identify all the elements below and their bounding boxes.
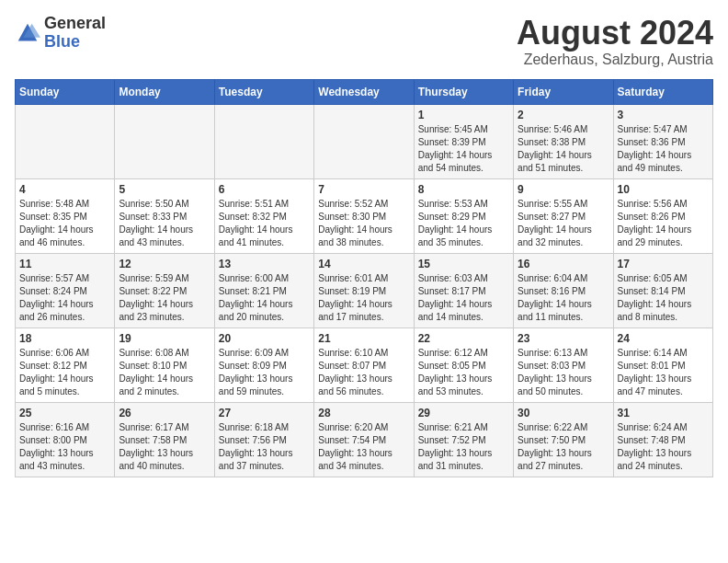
- day-cell: 7Sunrise: 5:52 AM Sunset: 8:30 PM Daylig…: [314, 178, 414, 253]
- day-info: Sunrise: 6:06 AM Sunset: 8:12 PM Dayligh…: [19, 347, 110, 398]
- logo-general-text: General: [44, 15, 106, 33]
- header-tuesday: Tuesday: [214, 79, 313, 104]
- day-cell: 10Sunrise: 5:56 AM Sunset: 8:26 PM Dayli…: [613, 178, 712, 253]
- week-row-3: 18Sunrise: 6:06 AM Sunset: 8:12 PM Dayli…: [16, 327, 713, 402]
- day-info: Sunrise: 5:53 AM Sunset: 8:29 PM Dayligh…: [418, 198, 509, 249]
- day-cell: 5Sunrise: 5:50 AM Sunset: 8:33 PM Daylig…: [115, 178, 214, 253]
- logo-text: General Blue: [44, 15, 106, 52]
- day-number: 2: [518, 109, 609, 121]
- day-cell: 18Sunrise: 6:06 AM Sunset: 8:12 PM Dayli…: [16, 327, 115, 402]
- day-info: Sunrise: 6:24 AM Sunset: 7:48 PM Dayligh…: [618, 421, 709, 473]
- day-info: Sunrise: 5:48 AM Sunset: 8:35 PM Dayligh…: [19, 198, 110, 249]
- day-info: Sunrise: 6:16 AM Sunset: 8:00 PM Dayligh…: [19, 421, 110, 473]
- header-saturday: Saturday: [613, 79, 712, 104]
- day-cell: 14Sunrise: 6:01 AM Sunset: 8:19 PM Dayli…: [314, 253, 414, 327]
- day-number: 7: [318, 183, 409, 196]
- day-cell: 28Sunrise: 6:20 AM Sunset: 7:54 PM Dayli…: [314, 402, 414, 477]
- week-row-0: 1Sunrise: 5:45 AM Sunset: 8:39 PM Daylig…: [16, 104, 713, 178]
- title-block: August 2024 Zederhaus, Salzburg, Austria: [517, 15, 713, 68]
- day-info: Sunrise: 6:03 AM Sunset: 8:17 PM Dayligh…: [418, 272, 509, 324]
- day-cell: 11Sunrise: 5:57 AM Sunset: 8:24 PM Dayli…: [16, 253, 115, 327]
- day-cell: 24Sunrise: 6:14 AM Sunset: 8:01 PM Dayli…: [613, 327, 712, 402]
- calendar-header: SundayMondayTuesdayWednesdayThursdayFrid…: [16, 79, 713, 104]
- day-cell: 17Sunrise: 6:05 AM Sunset: 8:14 PM Dayli…: [613, 253, 712, 327]
- day-info: Sunrise: 5:55 AM Sunset: 8:27 PM Dayligh…: [518, 198, 609, 249]
- day-number: 9: [518, 183, 609, 196]
- day-info: Sunrise: 6:09 AM Sunset: 8:09 PM Dayligh…: [219, 347, 310, 398]
- day-cell: 15Sunrise: 6:03 AM Sunset: 8:17 PM Dayli…: [414, 253, 513, 327]
- day-number: 10: [618, 183, 709, 196]
- day-cell: 16Sunrise: 6:04 AM Sunset: 8:16 PM Dayli…: [514, 253, 613, 327]
- day-info: Sunrise: 5:59 AM Sunset: 8:22 PM Dayligh…: [119, 272, 210, 324]
- day-info: Sunrise: 6:18 AM Sunset: 7:56 PM Dayligh…: [219, 421, 310, 473]
- day-info: Sunrise: 6:20 AM Sunset: 7:54 PM Dayligh…: [318, 421, 409, 473]
- day-number: 15: [418, 258, 509, 270]
- day-number: 27: [219, 407, 310, 419]
- day-cell: 20Sunrise: 6:09 AM Sunset: 8:09 PM Dayli…: [214, 327, 313, 402]
- day-number: 3: [618, 109, 709, 121]
- day-cell: 21Sunrise: 6:10 AM Sunset: 8:07 PM Dayli…: [314, 327, 414, 402]
- day-info: Sunrise: 5:52 AM Sunset: 8:30 PM Dayligh…: [318, 198, 409, 249]
- day-number: 22: [418, 332, 509, 345]
- day-info: Sunrise: 5:47 AM Sunset: 8:36 PM Dayligh…: [618, 123, 709, 175]
- day-cell: [16, 104, 115, 178]
- day-info: Sunrise: 6:12 AM Sunset: 8:05 PM Dayligh…: [418, 347, 509, 398]
- day-number: 26: [119, 407, 210, 419]
- day-cell: 13Sunrise: 6:00 AM Sunset: 8:21 PM Dayli…: [214, 253, 313, 327]
- main-title: August 2024: [517, 15, 713, 52]
- day-info: Sunrise: 6:22 AM Sunset: 7:50 PM Dayligh…: [518, 421, 609, 473]
- day-number: 29: [418, 407, 509, 419]
- day-cell: 2Sunrise: 5:46 AM Sunset: 8:38 PM Daylig…: [514, 104, 613, 178]
- calendar-body: 1Sunrise: 5:45 AM Sunset: 8:39 PM Daylig…: [16, 104, 713, 477]
- day-cell: [115, 104, 214, 178]
- day-info: Sunrise: 6:00 AM Sunset: 8:21 PM Dayligh…: [219, 272, 310, 324]
- day-cell: 4Sunrise: 5:48 AM Sunset: 8:35 PM Daylig…: [16, 178, 115, 253]
- day-number: 12: [119, 258, 210, 270]
- day-number: 4: [19, 183, 110, 196]
- day-info: Sunrise: 6:14 AM Sunset: 8:01 PM Dayligh…: [618, 347, 709, 398]
- day-number: 13: [219, 258, 310, 270]
- day-number: 19: [119, 332, 210, 345]
- day-cell: 8Sunrise: 5:53 AM Sunset: 8:29 PM Daylig…: [414, 178, 513, 253]
- day-cell: 6Sunrise: 5:51 AM Sunset: 8:32 PM Daylig…: [214, 178, 313, 253]
- day-number: 21: [318, 332, 409, 345]
- day-info: Sunrise: 6:05 AM Sunset: 8:14 PM Dayligh…: [618, 272, 709, 324]
- day-info: Sunrise: 5:45 AM Sunset: 8:39 PM Dayligh…: [418, 123, 509, 175]
- day-cell: 29Sunrise: 6:21 AM Sunset: 7:52 PM Dayli…: [414, 402, 513, 477]
- logo: General Blue: [15, 15, 106, 52]
- header-thursday: Thursday: [414, 79, 513, 104]
- header-monday: Monday: [115, 79, 214, 104]
- day-cell: 30Sunrise: 6:22 AM Sunset: 7:50 PM Dayli…: [514, 402, 613, 477]
- day-cell: 9Sunrise: 5:55 AM Sunset: 8:27 PM Daylig…: [514, 178, 613, 253]
- day-info: Sunrise: 5:50 AM Sunset: 8:33 PM Dayligh…: [119, 198, 210, 249]
- day-number: 8: [418, 183, 509, 196]
- week-row-2: 11Sunrise: 5:57 AM Sunset: 8:24 PM Dayli…: [16, 253, 713, 327]
- day-info: Sunrise: 6:21 AM Sunset: 7:52 PM Dayligh…: [418, 421, 509, 473]
- header-row: SundayMondayTuesdayWednesdayThursdayFrid…: [16, 79, 713, 104]
- day-number: 18: [19, 332, 110, 345]
- day-info: Sunrise: 5:57 AM Sunset: 8:24 PM Dayligh…: [19, 272, 110, 324]
- day-number: 23: [518, 332, 609, 345]
- day-cell: 26Sunrise: 6:17 AM Sunset: 7:58 PM Dayli…: [115, 402, 214, 477]
- week-row-4: 25Sunrise: 6:16 AM Sunset: 8:00 PM Dayli…: [16, 402, 713, 477]
- day-cell: 27Sunrise: 6:18 AM Sunset: 7:56 PM Dayli…: [214, 402, 313, 477]
- day-number: 28: [318, 407, 409, 419]
- page-header: General Blue August 2024 Zederhaus, Salz…: [15, 15, 713, 68]
- day-number: 14: [318, 258, 409, 270]
- day-cell: [314, 104, 414, 178]
- day-info: Sunrise: 6:08 AM Sunset: 8:10 PM Dayligh…: [119, 347, 210, 398]
- day-cell: 31Sunrise: 6:24 AM Sunset: 7:48 PM Dayli…: [613, 402, 712, 477]
- day-number: 20: [219, 332, 310, 345]
- day-cell: 3Sunrise: 5:47 AM Sunset: 8:36 PM Daylig…: [613, 104, 712, 178]
- day-number: 30: [518, 407, 609, 419]
- day-number: 24: [618, 332, 709, 345]
- day-info: Sunrise: 5:51 AM Sunset: 8:32 PM Dayligh…: [219, 198, 310, 249]
- calendar-table: SundayMondayTuesdayWednesdayThursdayFrid…: [15, 79, 713, 477]
- week-row-1: 4Sunrise: 5:48 AM Sunset: 8:35 PM Daylig…: [16, 178, 713, 253]
- day-number: 16: [518, 258, 609, 270]
- day-info: Sunrise: 5:56 AM Sunset: 8:26 PM Dayligh…: [618, 198, 709, 249]
- day-info: Sunrise: 6:04 AM Sunset: 8:16 PM Dayligh…: [518, 272, 609, 324]
- day-info: Sunrise: 5:46 AM Sunset: 8:38 PM Dayligh…: [518, 123, 609, 175]
- day-cell: 23Sunrise: 6:13 AM Sunset: 8:03 PM Dayli…: [514, 327, 613, 402]
- subtitle: Zederhaus, Salzburg, Austria: [517, 52, 713, 68]
